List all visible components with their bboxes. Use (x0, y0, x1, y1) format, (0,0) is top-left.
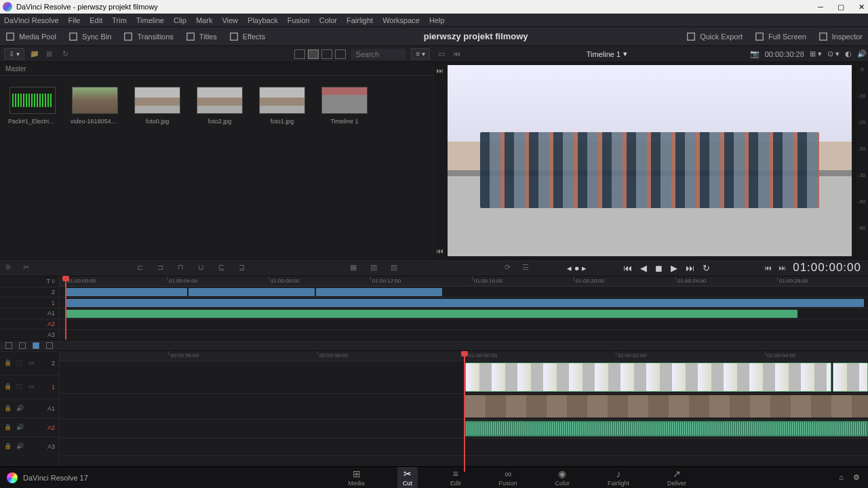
append-icon[interactable]: ⊐ (157, 263, 168, 272)
prev-edit-button[interactable]: ⏮ (764, 264, 772, 272)
menu-davinciresolve[interactable]: DaVinci Resolve (4, 16, 59, 24)
lock-icon[interactable]: 🔒 (4, 443, 12, 451)
marker-tool-icon[interactable]: ◊ (52, 278, 55, 285)
search-input[interactable] (351, 49, 406, 60)
page-edit[interactable]: ≡Edit (445, 467, 467, 488)
track-header[interactable]: 🔒⬚▭1 (0, 375, 59, 399)
stop-button[interactable]: ◼ (655, 263, 663, 273)
close-up-icon[interactable]: ⊔ (198, 263, 209, 272)
place-on-top-icon[interactable]: ⊑ (218, 263, 229, 272)
page-cut[interactable]: ✂Cut (397, 467, 418, 488)
menu-fairlight[interactable]: Fairlight (347, 16, 373, 24)
master-bin-label[interactable]: Master (0, 62, 434, 76)
play-reverse-button[interactable]: ◀ (640, 263, 647, 273)
quick-export-button[interactable]: Quick Export (686, 32, 743, 41)
mute-icon[interactable]: 🔊 (16, 443, 24, 451)
home-icon[interactable]: ⌂ (839, 473, 844, 482)
jump-first-icon[interactable]: ⏭ (436, 66, 443, 75)
tools-icon[interactable]: ▦ (350, 263, 361, 272)
audio-clip[interactable] (65, 310, 797, 318)
mute-button[interactable]: 🔊 (856, 49, 868, 58)
options-icon[interactable]: ☰ (522, 263, 533, 272)
track-label[interactable]: 2 (52, 289, 55, 296)
track-header[interactable]: 🔒🔊A1 (0, 399, 59, 418)
upper-playhead[interactable] (65, 277, 66, 340)
track-label[interactable]: A3 (47, 331, 55, 338)
import-dropdown[interactable]: ⇩ ▾ (4, 48, 24, 60)
page-fairlight[interactable]: ♪Fairlight (602, 467, 635, 488)
lock-icon[interactable]: 🔒 (4, 405, 12, 413)
next-edit-button[interactable]: ⏭ (778, 264, 786, 272)
track-header[interactable]: 🔒⬚▭2 (0, 351, 59, 375)
track-header[interactable]: 🔒🔊A3 (0, 436, 59, 455)
titles-button[interactable]: Titles (186, 32, 217, 41)
transitions-button[interactable]: Transitions (123, 32, 173, 41)
text-tool-icon[interactable]: T (47, 278, 51, 285)
menu-playback[interactable]: Playback (248, 16, 278, 24)
sync-bin-button[interactable]: Sync Bin (68, 32, 111, 41)
marker-icon[interactable] (19, 342, 26, 349)
menu-color[interactable]: Color (319, 16, 337, 24)
source-overwrite-icon[interactable]: ⊒ (239, 263, 250, 272)
menu-help[interactable]: Help (429, 16, 445, 24)
prev-marker-icon[interactable]: ◂ ● ▸ (567, 263, 587, 273)
maximize-button[interactable]: ▢ (837, 3, 845, 11)
viewer-canvas[interactable] (448, 65, 852, 256)
media-clip[interactable]: Timeline 1 (320, 87, 369, 125)
ripple-icon[interactable]: ⊓ (178, 263, 189, 272)
media-clip[interactable]: video-1618054841... (71, 87, 119, 125)
boring-detector-icon[interactable]: ⊪ (5, 263, 16, 272)
page-media[interactable]: ⊞Media (342, 467, 370, 488)
loop-button[interactable]: ↻ (703, 263, 710, 273)
viewer-timecode[interactable]: 01:00:00:00 (793, 261, 861, 274)
page-color[interactable]: ◉Color (549, 467, 575, 488)
track-label[interactable]: 1 (52, 300, 55, 306)
clip-video[interactable] (465, 395, 868, 418)
effects-button[interactable]: Effects (229, 32, 265, 41)
menu-view[interactable]: View (222, 16, 238, 24)
menu-mark[interactable]: Mark (196, 16, 212, 24)
page-deliver[interactable]: ↗Deliver (662, 467, 692, 488)
new-bin-icon[interactable]: ⊞ (46, 49, 57, 59)
disable-icon[interactable]: ⬚ (16, 359, 24, 367)
audio-trim-icon[interactable] (33, 342, 39, 349)
close-button[interactable]: ✕ (857, 3, 865, 11)
track-label[interactable]: A2 (47, 321, 55, 327)
full-screen-button[interactable]: Full Screen (755, 32, 806, 41)
lock-icon[interactable]: 🔒 (4, 383, 12, 391)
inspector-button[interactable]: Inspector (818, 32, 863, 41)
media-clip[interactable]: foto1.jpg (258, 87, 307, 125)
view-strip-icon[interactable] (321, 49, 332, 59)
resolution-dropdown[interactable]: ⊞ ▾ (810, 49, 822, 58)
menu-file[interactable]: File (68, 16, 81, 24)
menu-trim[interactable]: Trim (112, 16, 127, 24)
camera-icon[interactable]: 📷 (750, 49, 760, 58)
menu-edit[interactable]: Edit (90, 16, 102, 24)
sync-icon[interactable]: ⟳ (505, 263, 515, 272)
view-metadata-icon[interactable] (294, 49, 305, 59)
timeline-selector[interactable]: Timeline 1▾ (587, 49, 627, 58)
video-only-icon[interactable] (46, 342, 53, 349)
bypass-dropdown[interactable]: ⊙ ▾ (827, 49, 840, 58)
mute-icon[interactable]: 🔊 (16, 405, 24, 413)
go-last-button[interactable]: ⏭ (686, 263, 694, 273)
colorspace-icon[interactable]: ◐ (845, 49, 852, 58)
lower-playhead[interactable] (464, 351, 465, 472)
page-fusion[interactable]: ∞Fusion (493, 467, 522, 488)
media-pool-button[interactable]: Media Pool (5, 32, 56, 41)
mute-icon[interactable]: 🔊 (16, 424, 24, 432)
menu-fusion[interactable]: Fusion (288, 16, 310, 24)
video-clip[interactable] (65, 299, 864, 307)
clip-foto2[interactable] (833, 363, 868, 392)
minimize-button[interactable]: ─ (816, 3, 825, 11)
project-settings-icon[interactable]: ⚙ (853, 473, 860, 482)
video-clip[interactable] (316, 288, 442, 296)
clip-foto0[interactable] (465, 363, 831, 392)
track-label[interactable]: A1 (47, 310, 55, 317)
transition-icon[interactable]: ▧ (370, 263, 381, 272)
video-clip[interactable] (189, 288, 315, 296)
media-clip[interactable]: Pack#1_ElectricGu... (8, 87, 57, 125)
dissolve-icon[interactable]: ▨ (391, 263, 401, 272)
track-header[interactable]: 🔒🔊A2 (0, 418, 59, 436)
video-clip[interactable] (65, 288, 187, 296)
